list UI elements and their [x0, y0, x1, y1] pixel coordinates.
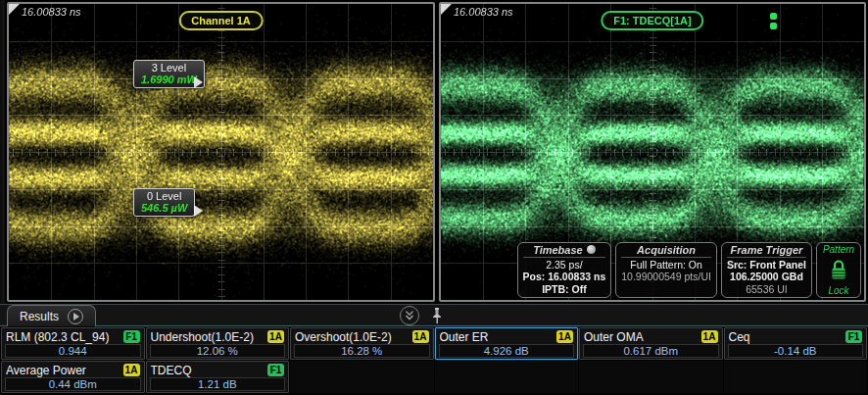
timebase-position-label: 16.00833 ns: [454, 6, 513, 18]
result-value: -0.14 dB: [728, 344, 864, 358]
source-badge: 1A: [701, 330, 718, 343]
level-0-annotation[interactable]: 0 Level 546.5 µW: [133, 188, 195, 217]
empty-cell: [435, 361, 579, 393]
result-value: 12.06 %: [150, 344, 286, 358]
left-edge-strip: [0, 0, 6, 304]
result-cell-outer-oma[interactable]: Outer OMA1A 0.617 dBm: [579, 327, 723, 360]
source-badge: 1A: [267, 330, 284, 343]
timebase-scale: 2.35 ps/: [523, 259, 606, 272]
timebase-title: Timebase: [523, 244, 606, 258]
function-status-dots-icon: [770, 13, 777, 29]
result-cell-outer-er[interactable]: Outer ER1A 4.926 dB: [435, 327, 579, 360]
result-label: TDECQ: [151, 364, 192, 377]
result-label: Outer OMA: [584, 330, 644, 344]
level-0-value: 546.5 µW: [141, 202, 187, 214]
result-cell-ceq[interactable]: CeqF1 -0.14 dB: [724, 327, 868, 360]
f1-tdecq-badge[interactable]: F1: TDECQ[1A]: [601, 11, 703, 30]
source-badge: 1A: [412, 330, 429, 343]
acquisition-pts-per-ui: 10.99000549 pts/UI: [621, 271, 711, 283]
frame-trigger-source: Src: Front Panel: [727, 259, 806, 272]
collapse-results-button[interactable]: [400, 306, 419, 325]
timebase-iptb: IPTB: Off: [523, 283, 606, 296]
channel-1a-badge[interactable]: Channel 1A: [178, 11, 264, 30]
results-tab-label: Results: [20, 310, 59, 323]
result-value: 0.617 dBm: [583, 344, 719, 358]
frame-trigger-panel[interactable]: Frame Trigger Src: Front Panel 106.25000…: [721, 242, 812, 299]
level-3-marker-icon: [194, 76, 203, 88]
corner-fold-icon: [9, 4, 20, 15]
result-label: Ceq: [729, 330, 750, 344]
result-value: 4.926 dB: [439, 344, 575, 358]
source-badge: F1: [123, 330, 140, 343]
acquisition-panel[interactable]: Acquisition Full Pattern: On 10.99000549…: [615, 242, 717, 299]
lock-icon: [829, 259, 848, 280]
acquisition-title: Acquisition: [621, 244, 711, 258]
frame-trigger-baudrate: 106.25000 GBd: [727, 271, 806, 283]
result-label: Overshoot(1.0E-2): [295, 330, 392, 344]
level-0-marker-icon: [194, 205, 203, 217]
frame-trigger-ui-count: 65536 UI: [727, 283, 806, 296]
results-tab[interactable]: Results: [7, 305, 96, 326]
results-row-1: RLM (802.3 CL_94)F1 0.944 Undershoot(1.0…: [0, 326, 868, 360]
empty-cell: [724, 361, 868, 393]
timebase-position: Pos: 16.00833 ns: [523, 271, 606, 283]
result-cell-rlm[interactable]: RLM (802.3 CL_94)F1 0.944: [1, 327, 145, 360]
pattern-label: Pattern: [823, 244, 854, 255]
eye-panel-f1-tdecq: 16.00833 ns F1: TDECQ[1A] Timebase 2.35 …: [439, 2, 866, 302]
result-label: Outer ER: [440, 330, 489, 344]
result-cell-tdecq[interactable]: TDECQF1 1.21 dB: [146, 361, 290, 393]
oscilloscope-app: { "colors": { "eye_yellow": "#d8d24a", "…: [0, 0, 868, 395]
waveform-display-area: 16.00833 ns Channel 1A 3 Level 1.6990 mW…: [0, 0, 868, 304]
level-0-title: 0 Level: [141, 190, 187, 202]
run-measurements-button[interactable]: [68, 309, 83, 324]
result-label: RLM (802.3 CL_94): [6, 330, 109, 344]
acquisition-full-pattern: Full Pattern: On: [621, 259, 711, 272]
result-value: 0.44 dBm: [5, 377, 141, 391]
timebase-panel[interactable]: Timebase 2.35 ps/ Pos: 16.00833 ns IPTB:…: [517, 242, 612, 299]
pin-results-button[interactable]: [431, 307, 443, 324]
empty-cell: [290, 361, 434, 393]
lock-label: Lock: [828, 285, 848, 296]
result-value: 0.944: [5, 344, 141, 358]
result-label: Average Power: [6, 364, 86, 377]
result-label: Undershoot(1.0E-2): [151, 330, 254, 344]
results-row-2: Average Power1A 0.44 dBm TDECQF1 1.21 dB: [0, 360, 868, 393]
status-cluster: Timebase 2.35 ps/ Pos: 16.00833 ns IPTB:…: [517, 242, 861, 299]
source-badge: 1A: [123, 364, 140, 376]
frame-trigger-title: Frame Trigger: [727, 244, 806, 258]
level-3-value: 1.6990 mW: [141, 74, 197, 85]
double-chevron-down-icon: [403, 309, 416, 322]
source-badge: F1: [845, 330, 862, 343]
result-cell-undershoot[interactable]: Undershoot(1.0E-2)1A 12.06 %: [146, 327, 290, 360]
result-cell-overshoot[interactable]: Overshoot(1.0E-2)1A 16.28 %: [290, 327, 434, 360]
timebase-position-label: 16.00833 ns: [22, 6, 81, 18]
result-cell-average-power[interactable]: Average Power1A 0.44 dBm: [1, 361, 145, 393]
eye-diagram-channel-1a[interactable]: [9, 4, 433, 300]
result-value: 1.21 dB: [150, 377, 286, 391]
pattern-lock-button[interactable]: Pattern Lock: [816, 242, 861, 299]
timebase-indicator-icon: [587, 245, 596, 254]
empty-cell: [579, 361, 723, 393]
corner-fold-icon: [441, 4, 452, 15]
eye-panel-channel-1a: 16.00833 ns Channel 1A 3 Level 1.6990 mW…: [7, 2, 435, 302]
results-panel: Results RLM (802.3 CL_94)F1 0.944: [0, 304, 868, 395]
source-badge: F1: [267, 364, 284, 376]
results-header-bar: Results: [0, 305, 868, 326]
source-badge: 1A: [556, 330, 573, 343]
level-3-title: 3 Level: [141, 62, 197, 74]
result-value: 16.28 %: [294, 344, 430, 358]
